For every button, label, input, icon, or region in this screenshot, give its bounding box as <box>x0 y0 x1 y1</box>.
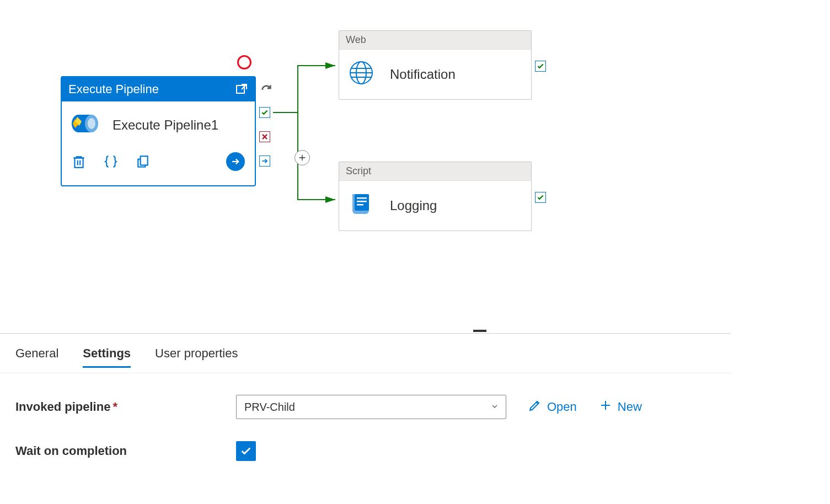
svg-rect-9 <box>355 194 369 211</box>
activity-body: Execute Pipeline1 <box>62 101 255 149</box>
svg-rect-6 <box>141 156 148 165</box>
tab-general[interactable]: General <box>15 346 58 368</box>
panel-divider <box>0 333 731 334</box>
code-braces-icon[interactable] <box>104 154 118 169</box>
activity-name: Logging <box>390 198 437 213</box>
settings-form: Invoked pipeline* PRV-Child Open New Wai… <box>15 395 808 483</box>
tab-settings[interactable]: Settings <box>83 346 131 368</box>
open-pipeline-button[interactable]: Open <box>528 399 577 415</box>
redo-icon[interactable] <box>259 83 274 95</box>
port-failure-icon[interactable] <box>259 131 270 142</box>
chevron-down-icon <box>490 401 499 414</box>
activity-type-label: Web <box>339 31 531 50</box>
plus-icon <box>599 399 612 415</box>
copy-icon[interactable] <box>136 154 150 169</box>
svg-rect-5 <box>74 158 83 168</box>
globe-icon <box>348 60 374 89</box>
invoked-pipeline-value: PRV-Child <box>244 401 295 414</box>
activity-execute-pipeline[interactable]: Execute Pipeline Execute Pipeline1 <box>61 76 256 186</box>
invoked-pipeline-label: Invoked pipeline* <box>15 400 236 414</box>
svg-rect-11 <box>357 201 367 202</box>
pipeline-canvas[interactable]: Execute Pipeline Execute Pipeline1 <box>0 0 830 333</box>
open-external-icon[interactable] <box>235 83 248 96</box>
wait-on-completion-label: Wait on completion <box>15 444 236 458</box>
execute-pipeline-icon <box>71 112 99 138</box>
activity-toolbar <box>62 149 255 178</box>
port-skip-icon[interactable] <box>259 156 270 167</box>
activity-web[interactable]: Web Notification <box>339 30 532 100</box>
new-pipeline-button[interactable]: New <box>599 399 642 415</box>
pencil-icon <box>528 399 542 415</box>
svg-point-4 <box>88 118 95 129</box>
activity-name: Notification <box>390 67 456 82</box>
activity-script[interactable]: Script Logging <box>339 162 532 231</box>
breakpoint-icon[interactable] <box>237 55 251 69</box>
add-activity-icon[interactable] <box>294 150 310 165</box>
activity-type-label: Execute Pipeline <box>68 82 159 96</box>
svg-rect-0 <box>237 85 244 93</box>
wait-on-completion-checkbox[interactable] <box>236 441 256 461</box>
svg-rect-10 <box>357 197 367 199</box>
activity-name: Execute Pipeline1 <box>113 117 218 133</box>
properties-tabs: General Settings User properties <box>15 346 238 368</box>
svg-rect-12 <box>357 204 363 206</box>
invoked-pipeline-select[interactable]: PRV-Child <box>236 395 506 419</box>
tabs-underline <box>0 373 731 373</box>
port-success-icon[interactable] <box>535 192 546 203</box>
delete-icon[interactable] <box>72 154 86 169</box>
tab-user-properties[interactable]: User properties <box>155 346 238 368</box>
port-success-icon[interactable] <box>535 61 546 72</box>
activity-type-label: Script <box>339 162 531 181</box>
port-success-icon[interactable] <box>259 107 270 118</box>
activity-header: Execute Pipeline <box>62 77 255 101</box>
run-icon[interactable] <box>226 152 245 171</box>
script-icon <box>348 191 374 221</box>
panel-drag-handle[interactable] <box>473 330 486 332</box>
